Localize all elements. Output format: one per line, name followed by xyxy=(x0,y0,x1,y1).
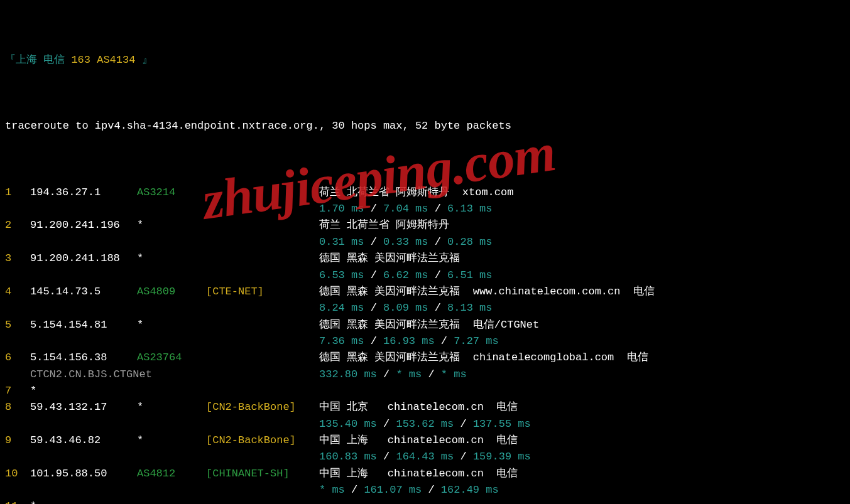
route-title: 『上海 电信 163 AS4134 』 xyxy=(5,52,845,68)
hop-location: 德国 黑森 美因河畔法兰克福 电信/CTGNet xyxy=(319,317,845,333)
hop-location: 德国 黑森 美因河畔法兰克福 xyxy=(319,250,845,267)
hop-tag: [CN2-BackBone] xyxy=(206,399,319,416)
hop-ip: 91.200.241.188 xyxy=(30,250,137,267)
hop-row: 1194.36.27.1AS3214荷兰 北荷兰省 阿姆斯特丹 xtom.com xyxy=(5,185,845,201)
hop-number: 11 xyxy=(5,498,30,504)
hop-row: 391.200.241.188*德国 黑森 美因河畔法兰克福 xyxy=(5,250,845,267)
hop-location: 荷兰 北荷兰省 阿姆斯特丹 xyxy=(319,217,845,233)
hop-latency: 7.36 ms / 16.93 ms / 7.27 ms xyxy=(319,333,845,350)
hop-tag: [CHINANET-SH] xyxy=(206,466,319,482)
hop-asn: AS23764 xyxy=(137,350,206,366)
hop-number: 9 xyxy=(5,432,30,449)
hop-ip: 5.154.154.81 xyxy=(30,317,137,333)
hop-subrow: 160.83 ms / 164.43 ms / 159.39 ms xyxy=(5,449,845,465)
hop-ip: 5.154.156.38 xyxy=(30,350,137,366)
hop-ip: 194.36.27.1 xyxy=(30,185,137,201)
terminal: 『上海 电信 163 AS4134 』 traceroute to ipv4.s… xyxy=(0,0,850,504)
hop-rdns: CTCN2.CN.BJS.CTGNet xyxy=(30,367,319,383)
hop-location: 德国 黑森 美因河畔法兰克福 www.chinatelecom.com.cn 电… xyxy=(319,284,845,300)
hop-ip: * xyxy=(30,498,137,504)
hop-location: 中国 北京 chinatelecom.cn 电信 xyxy=(319,399,845,416)
hop-row: 10101.95.88.50AS4812[CHINANET-SH]中国 上海 c… xyxy=(5,466,845,482)
hop-ip: * xyxy=(30,383,137,399)
hop-ip: 59.43.132.17 xyxy=(30,399,137,416)
hop-row: 959.43.46.82*[CN2-BackBone]中国 上海 chinate… xyxy=(5,432,845,449)
title-asn: 163 AS4134 xyxy=(71,54,135,66)
hop-ip: 59.43.46.82 xyxy=(30,432,137,449)
hop-number: 10 xyxy=(5,466,30,482)
hop-asn: AS4812 xyxy=(137,466,206,482)
hop-subrow: 0.31 ms / 0.33 ms / 0.28 ms xyxy=(5,234,845,250)
hop-ip: 91.200.241.196 xyxy=(30,217,137,233)
hop-latency: 1.70 ms / 7.04 ms / 6.13 ms xyxy=(319,201,845,217)
hop-asn: AS4809 xyxy=(137,284,206,300)
title-suffix: 』 xyxy=(135,54,152,66)
hop-subrow: 8.24 ms / 8.09 ms / 8.13 ms xyxy=(5,300,845,316)
hop-number: 5 xyxy=(5,317,30,333)
hop-ip: 145.14.73.5 xyxy=(30,284,137,300)
hop-asn: * xyxy=(137,317,206,333)
hop-asn: * xyxy=(137,432,206,449)
hop-subrow: 6.53 ms / 6.62 ms / 6.51 ms xyxy=(5,267,845,284)
hop-latency: 332.80 ms / * ms / * ms xyxy=(319,367,845,383)
hop-location: 德国 黑森 美因河畔法兰克福 chinatelecomglobal.com 电信 xyxy=(319,350,845,366)
hop-latency: 135.40 ms / 153.62 ms / 137.55 ms xyxy=(319,416,845,432)
hop-latency: 8.24 ms / 8.09 ms / 8.13 ms xyxy=(319,300,845,316)
hop-subrow: 135.40 ms / 153.62 ms / 137.55 ms xyxy=(5,416,845,432)
hop-row: 65.154.156.38AS23764德国 黑森 美因河畔法兰克福 china… xyxy=(5,350,845,366)
hop-latency: 160.83 ms / 164.43 ms / 159.39 ms xyxy=(319,449,845,465)
hop-asn: * xyxy=(137,399,206,416)
hop-latency: * ms / 161.07 ms / 162.49 ms xyxy=(319,482,845,498)
hop-location: 中国 上海 chinatelecom.cn 电信 xyxy=(319,466,845,482)
hop-list: 1194.36.27.1AS3214荷兰 北荷兰省 阿姆斯特丹 xtom.com… xyxy=(5,185,845,504)
hop-subrow: 1.70 ms / 7.04 ms / 6.13 ms xyxy=(5,201,845,217)
hop-number: 1 xyxy=(5,185,30,201)
hop-number: 3 xyxy=(5,250,30,267)
hop-row: 291.200.241.196*荷兰 北荷兰省 阿姆斯特丹 xyxy=(5,217,845,233)
hop-location: 荷兰 北荷兰省 阿姆斯特丹 xtom.com xyxy=(319,185,845,201)
hop-ip: 101.95.88.50 xyxy=(30,466,137,482)
hop-number: 2 xyxy=(5,217,30,233)
hop-latency: 6.53 ms / 6.62 ms / 6.51 ms xyxy=(319,267,845,284)
hop-subrow: CTCN2.CN.BJS.CTGNet332.80 ms / * ms / * … xyxy=(5,367,845,383)
hop-subrow: * ms / 161.07 ms / 162.49 ms xyxy=(5,482,845,498)
hop-subrow: 7.36 ms / 16.93 ms / 7.27 ms xyxy=(5,333,845,350)
hop-row: 11* xyxy=(5,498,845,504)
hop-asn: * xyxy=(137,217,206,233)
hop-tag: [CN2-BackBone] xyxy=(206,432,319,449)
hop-row: 7* xyxy=(5,383,845,399)
title-prefix: 『上海 电信 xyxy=(5,54,71,66)
hop-asn: AS3214 xyxy=(137,185,206,201)
hop-row: 55.154.154.81*德国 黑森 美因河畔法兰克福 电信/CTGNet xyxy=(5,317,845,333)
hop-tag: [CTE-NET] xyxy=(206,284,319,300)
hop-number: 4 xyxy=(5,284,30,300)
hop-number: 6 xyxy=(5,350,30,366)
hop-location: 中国 上海 chinatelecom.cn 电信 xyxy=(319,432,845,449)
traceroute-command: traceroute to ipv4.sha-4134.endpoint.nxt… xyxy=(5,118,845,134)
hop-asn: * xyxy=(137,250,206,267)
hop-number: 7 xyxy=(5,383,30,399)
hop-number: 8 xyxy=(5,399,30,416)
hop-row: 4145.14.73.5AS4809[CTE-NET]德国 黑森 美因河畔法兰克… xyxy=(5,284,845,300)
hop-latency: 0.31 ms / 0.33 ms / 0.28 ms xyxy=(319,234,845,250)
hop-row: 859.43.132.17*[CN2-BackBone]中国 北京 chinat… xyxy=(5,399,845,416)
